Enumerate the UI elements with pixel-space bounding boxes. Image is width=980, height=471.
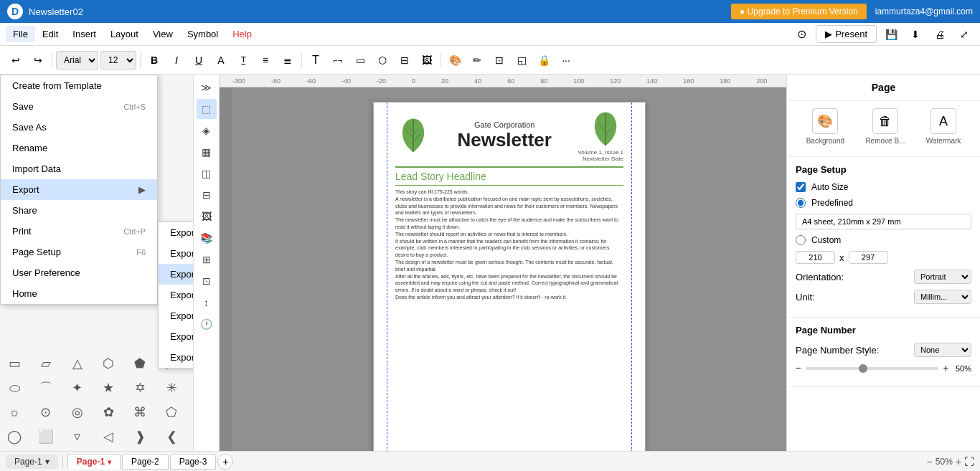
shape-star6[interactable]: ✡ <box>128 376 151 399</box>
side-resize-button[interactable]: ↕ <box>197 292 217 313</box>
shape-tri-down[interactable]: ▿ <box>66 425 89 448</box>
side-table-button[interactable]: ⊡ <box>197 271 217 291</box>
watermark-action[interactable]: A Watermark <box>926 108 961 145</box>
export-svg-item[interactable]: Export SVG <box>159 347 194 368</box>
image-button[interactable]: 🖼 <box>417 50 437 70</box>
shape-gear[interactable]: ⊙ <box>34 401 57 424</box>
shape-button[interactable]: ⬡ <box>372 50 392 70</box>
shape-ellipse[interactable]: ⬭ <box>3 376 26 399</box>
menu-export[interactable]: Export ▶ <box>1 179 157 200</box>
rect-button[interactable]: ▭ <box>350 50 370 70</box>
shape-celtic[interactable]: ⌘ <box>128 401 151 424</box>
print-icon-btn[interactable]: 🖨 <box>930 24 950 44</box>
shape-pentagon[interactable]: ⬠ <box>160 401 183 424</box>
menu-file[interactable]: File <box>6 26 35 42</box>
menu-import-data[interactable]: Import Data <box>1 158 157 179</box>
zoom-plus-icon[interactable]: + <box>943 363 948 374</box>
shape-sun[interactable]: ☼ <box>3 401 26 424</box>
menu-save[interactable]: Save Ctrl+S <box>1 96 157 117</box>
width-input[interactable] <box>796 251 835 264</box>
save-icon-btn[interactable]: 💾 <box>881 24 901 44</box>
undo-button[interactable]: ↩ <box>6 50 26 70</box>
menu-page-setup[interactable]: Page Setup F6 <box>1 242 157 262</box>
menu-rename[interactable]: Rename <box>1 138 157 158</box>
shape-star4[interactable]: ✦ <box>66 376 89 399</box>
watermark-icon[interactable]: A <box>930 108 956 134</box>
shape-arrow-left[interactable]: ◁ <box>97 425 120 448</box>
side-grid-button[interactable]: ⊞ <box>197 249 217 270</box>
zoom-slider-thumb[interactable] <box>859 364 867 373</box>
present-button[interactable]: ▶ Present <box>816 25 877 43</box>
side-history-button[interactable]: 🕐 <box>197 314 217 334</box>
shape-chevron-right[interactable]: ❱ <box>128 425 151 448</box>
side-page-button[interactable]: ◈ <box>197 120 217 141</box>
menu-help[interactable]: Help <box>225 26 259 42</box>
side-template-button[interactable]: ◫ <box>197 163 217 184</box>
export-excel-item[interactable]: Export Excel (.xlsx) <box>159 305 194 326</box>
menu-create-template[interactable]: Create from Template <box>1 75 157 96</box>
upgrade-button[interactable]: Upgrade to Premium Version <box>731 4 867 19</box>
export-graphics-item[interactable]: Export Graphics <box>159 222 194 243</box>
underline-button[interactable]: U <box>189 50 209 70</box>
export-html-item[interactable]: Export Html <box>159 326 194 347</box>
zoom-in-button[interactable]: + <box>956 456 961 467</box>
background-icon[interactable]: 🎨 <box>812 108 838 134</box>
export-pdf-item[interactable]: Export PDF <box>159 243 194 264</box>
menu-view[interactable]: View <box>146 26 180 42</box>
auto-size-checkbox[interactable] <box>796 182 806 192</box>
bold-button[interactable]: B <box>144 50 164 70</box>
lock-button[interactable]: 🔒 <box>534 50 554 70</box>
menu-edit[interactable]: Edit <box>35 26 65 42</box>
orientation-select[interactable]: Portrait Landscape <box>914 270 971 284</box>
pen-button[interactable]: ✏ <box>467 50 487 70</box>
side-collapse-button[interactable]: ≫ <box>197 77 217 97</box>
text-tool-button[interactable]: T <box>306 50 326 70</box>
menu-home[interactable]: Home <box>1 283 157 304</box>
shape-bullseye[interactable]: ◎ <box>66 401 89 424</box>
page-number-style-select[interactable]: None 1, 2, 3 <box>914 343 971 357</box>
menu-symbol[interactable]: Symbol <box>180 26 225 42</box>
shape-asterisk[interactable]: ✳ <box>160 376 183 399</box>
shape-circle[interactable]: ◯ <box>3 425 26 448</box>
remove-bg-action[interactable]: 🗑 Remove B... <box>865 108 905 145</box>
remove-bg-icon[interactable]: 🗑 <box>872 108 898 134</box>
shape-square[interactable]: ⬜ <box>34 425 57 448</box>
menu-save-as[interactable]: Save As <box>1 117 157 138</box>
side-image-button[interactable]: 🖼 <box>197 206 217 227</box>
height-input[interactable] <box>849 251 888 264</box>
menu-user-preference[interactable]: User Preference <box>1 262 157 283</box>
font-color-button[interactable]: A <box>211 50 231 70</box>
shadow-button[interactable]: ◱ <box>512 50 532 70</box>
shape-parallelogram[interactable]: ▱ <box>34 352 57 375</box>
side-clipboard-button[interactable]: ⊟ <box>197 185 217 205</box>
side-select-button[interactable]: ⬚ <box>197 99 217 119</box>
background-action[interactable]: 🎨 Background <box>806 108 844 145</box>
export-pptx-item[interactable]: Export PowerPoint (.pptx) <box>159 285 194 305</box>
fit-screen-button[interactable]: ⛶ <box>964 456 974 467</box>
custom-radio[interactable] <box>796 235 806 245</box>
menu-insert[interactable]: Insert <box>65 26 103 42</box>
line-spacing-button[interactable]: ≣ <box>278 50 298 70</box>
font-size-select[interactable]: 12 <box>100 51 136 70</box>
predefined-radio[interactable] <box>796 198 806 208</box>
text-bg-button[interactable]: T̲ <box>233 50 253 70</box>
shape-triangle[interactable]: △ <box>66 352 89 375</box>
align-button[interactable]: ≡ <box>255 50 275 70</box>
side-layout-button[interactable]: ▦ <box>197 142 217 162</box>
page-indicator-tab[interactable]: Page-1 ▾ <box>6 455 58 469</box>
italic-button[interactable]: I <box>166 50 187 70</box>
export-word-item[interactable]: Export Word (.docx) <box>159 264 194 285</box>
shape-chevron-left[interactable]: ❮ <box>160 425 183 448</box>
shape-diamond[interactable]: ⬟ <box>128 352 151 375</box>
unit-select[interactable]: Millim... Inches Points <box>914 290 971 304</box>
menu-share[interactable]: Share <box>1 200 157 221</box>
download-icon-btn[interactable]: ⬇ <box>905 24 925 44</box>
page-canvas[interactable]: Gate Corporation Newsletter Vol <box>373 102 646 451</box>
redo-button[interactable]: ↪ <box>28 50 48 70</box>
table-button[interactable]: ⊟ <box>395 50 415 70</box>
border-button[interactable]: ⊡ <box>489 50 509 70</box>
tab-page-3[interactable]: Page-3 <box>170 454 217 470</box>
shape-arc[interactable]: ⌒ <box>34 376 57 399</box>
add-page-button[interactable]: + <box>217 454 233 470</box>
menu-print[interactable]: Print Ctrl+P <box>1 221 157 242</box>
